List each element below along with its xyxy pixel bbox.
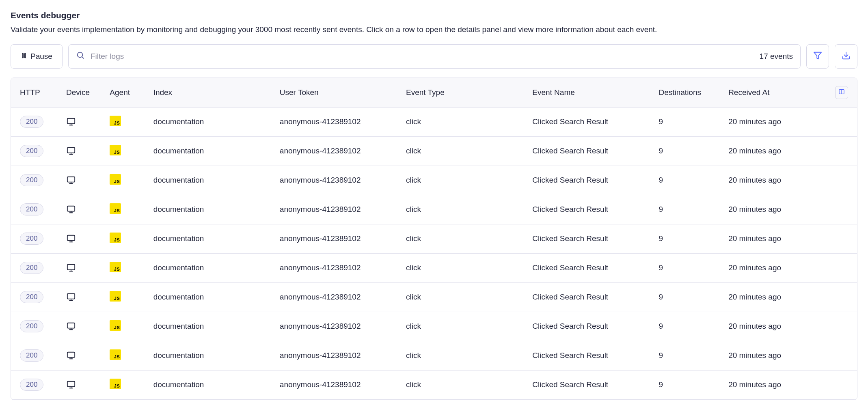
cell-event-type: click xyxy=(399,370,525,399)
cell-destinations: 9 xyxy=(651,136,721,166)
cell-event-name: Clicked Search Result xyxy=(525,282,651,312)
svg-rect-0 xyxy=(22,53,23,58)
cell-event-name: Clicked Search Result xyxy=(525,107,651,136)
cell-index: documentation xyxy=(146,136,272,166)
cell-event-name: Clicked Search Result xyxy=(525,253,651,282)
cell-destinations: 9 xyxy=(651,166,721,195)
cell-destinations: 9 xyxy=(651,312,721,341)
table-row[interactable]: 200documentationanonymous-412389102click… xyxy=(11,253,857,282)
pause-button[interactable]: Pause xyxy=(11,44,63,69)
cell-event-name: Clicked Search Result xyxy=(525,341,651,370)
events-table-container: HTTP Device Agent Index User Token Event… xyxy=(11,78,857,400)
cell-received-at: 20 minutes ago xyxy=(721,195,857,224)
cell-user-token: anonymous-412389102 xyxy=(272,195,399,224)
events-table: HTTP Device Agent Index User Token Event… xyxy=(11,78,857,400)
cell-user-token: anonymous-412389102 xyxy=(272,341,399,370)
svg-rect-20 xyxy=(67,235,75,241)
cell-index: documentation xyxy=(146,253,272,282)
http-status-badge: 200 xyxy=(20,379,43,391)
cell-index: documentation xyxy=(146,107,272,136)
cell-event-type: click xyxy=(399,136,525,166)
table-row[interactable]: 200documentationanonymous-412389102click… xyxy=(11,224,857,253)
cell-received-at: 20 minutes ago xyxy=(721,312,857,341)
column-header-agent: Agent xyxy=(102,78,146,108)
cell-event-name: Clicked Search Result xyxy=(525,224,651,253)
http-status-badge: 200 xyxy=(20,145,43,157)
cell-event-name: Clicked Search Result xyxy=(525,195,651,224)
svg-rect-26 xyxy=(67,294,75,299)
cell-received-at: 20 minutes ago xyxy=(721,282,857,312)
js-agent-badge xyxy=(110,379,121,389)
desktop-icon xyxy=(66,234,95,243)
column-header-destinations: Destinations xyxy=(651,78,721,108)
cell-destinations: 9 xyxy=(651,253,721,282)
table-row[interactable]: 200documentationanonymous-412389102click… xyxy=(11,341,857,370)
pause-icon xyxy=(21,52,27,61)
cell-event-type: click xyxy=(399,107,525,136)
svg-rect-11 xyxy=(67,148,75,153)
table-row[interactable]: 200documentationanonymous-412389102click… xyxy=(11,312,857,341)
js-agent-badge xyxy=(110,145,121,155)
table-row[interactable]: 200documentationanonymous-412389102click… xyxy=(11,370,857,399)
columns-icon xyxy=(838,88,845,97)
cell-index: documentation xyxy=(146,282,272,312)
event-count: 17 events xyxy=(760,52,793,61)
js-agent-badge xyxy=(110,233,121,243)
cell-user-token: anonymous-412389102 xyxy=(272,253,399,282)
table-row[interactable]: 200documentationanonymous-412389102click… xyxy=(11,282,857,312)
table-row[interactable]: 200documentationanonymous-412389102click… xyxy=(11,136,857,166)
cell-destinations: 9 xyxy=(651,107,721,136)
svg-rect-8 xyxy=(67,119,75,124)
table-row[interactable]: 200documentationanonymous-412389102click… xyxy=(11,166,857,195)
svg-rect-32 xyxy=(67,352,75,358)
desktop-icon xyxy=(66,205,95,214)
desktop-icon xyxy=(66,117,95,126)
http-status-badge: 200 xyxy=(20,116,43,128)
cell-index: documentation xyxy=(146,341,272,370)
cell-user-token: anonymous-412389102 xyxy=(272,224,399,253)
cell-event-type: click xyxy=(399,341,525,370)
cell-event-type: click xyxy=(399,282,525,312)
cell-destinations: 9 xyxy=(651,341,721,370)
filter-button[interactable] xyxy=(806,44,829,69)
cell-received-at: 20 minutes ago xyxy=(721,370,857,399)
cell-received-at: 20 minutes ago xyxy=(721,224,857,253)
cell-user-token: anonymous-412389102 xyxy=(272,370,399,399)
pause-label: Pause xyxy=(30,52,52,61)
cell-user-token: anonymous-412389102 xyxy=(272,107,399,136)
cell-destinations: 9 xyxy=(651,195,721,224)
cell-event-type: click xyxy=(399,195,525,224)
page-subtitle: Validate your events implementation by m… xyxy=(11,24,857,35)
cell-index: documentation xyxy=(146,312,272,341)
table-row[interactable]: 200documentationanonymous-412389102click… xyxy=(11,195,857,224)
svg-rect-23 xyxy=(67,265,75,270)
toolbar: Pause 17 events xyxy=(11,44,857,69)
js-agent-badge xyxy=(110,349,121,360)
cell-destinations: 9 xyxy=(651,282,721,312)
http-status-badge: 200 xyxy=(20,203,43,215)
desktop-icon xyxy=(66,380,95,389)
column-header-event-name: Event Name xyxy=(525,78,651,108)
cell-event-type: click xyxy=(399,312,525,341)
cell-destinations: 9 xyxy=(651,370,721,399)
table-row[interactable]: 200documentationanonymous-412389102click… xyxy=(11,107,857,136)
desktop-icon xyxy=(66,147,95,155)
column-header-index: Index xyxy=(146,78,272,108)
js-agent-badge xyxy=(110,116,121,126)
column-header-user-token: User Token xyxy=(272,78,399,108)
svg-marker-4 xyxy=(814,52,821,59)
configure-columns-button[interactable] xyxy=(835,86,848,99)
cell-event-type: click xyxy=(399,166,525,195)
cell-destinations: 9 xyxy=(651,224,721,253)
desktop-icon xyxy=(66,322,95,331)
column-header-http: HTTP xyxy=(11,78,59,108)
svg-point-2 xyxy=(78,52,83,58)
cell-event-name: Clicked Search Result xyxy=(525,370,651,399)
cell-user-token: anonymous-412389102 xyxy=(272,312,399,341)
search-input[interactable] xyxy=(91,52,754,61)
js-agent-badge xyxy=(110,203,121,214)
download-button[interactable] xyxy=(835,44,857,69)
column-header-event-type: Event Type xyxy=(399,78,525,108)
cell-received-at: 20 minutes ago xyxy=(721,166,857,195)
cell-event-name: Clicked Search Result xyxy=(525,136,651,166)
